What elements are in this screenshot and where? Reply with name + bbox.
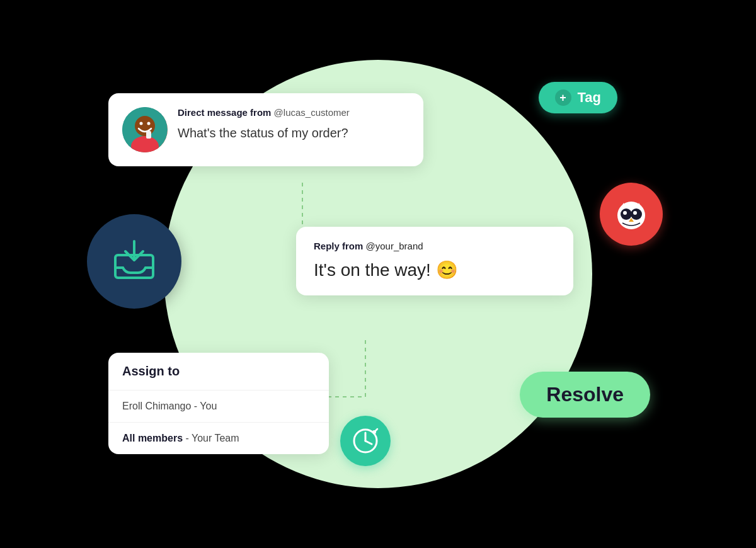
hootsuite-owl-circle [600, 183, 663, 246]
svg-point-17 [623, 211, 627, 215]
svg-point-5 [135, 116, 155, 136]
scene: + Tag Direct message from [0, 0, 756, 548]
dm-from-prefix: Direct message from [178, 107, 271, 118]
assign-item-all-members[interactable]: All members - Your Team [108, 423, 329, 454]
svg-point-6 [140, 122, 143, 125]
clock-circle [340, 416, 391, 466]
tag-label: Tag [578, 89, 601, 106]
reply-card: Reply from @your_brand It's on the way! … [296, 227, 573, 295]
reply-from: Reply from @your_brand [314, 241, 556, 251]
dm-card-content: Direct message from @lucas_customer What… [178, 107, 406, 142]
resolve-button[interactable]: Resolve [520, 372, 650, 418]
reply-from-handle: @your_brand [366, 241, 423, 251]
inbox-circle [87, 214, 181, 309]
reply-from-prefix: Reply from [314, 241, 363, 251]
resolve-label: Resolve [546, 383, 624, 406]
assign-item-eroll-label: Eroll Chimango - You [122, 401, 217, 411]
owl-icon [611, 194, 651, 234]
avatar [122, 107, 168, 152]
svg-point-18 [633, 211, 637, 215]
dm-card: Direct message from @lucas_customer What… [108, 93, 423, 166]
svg-point-24 [372, 430, 376, 434]
tag-button[interactable]: + Tag [539, 82, 617, 113]
tag-plus-icon: + [555, 89, 571, 106]
dm-from: Direct message from @lucas_customer [178, 107, 406, 118]
assign-item-all-members-suffix: - Your Team [183, 433, 239, 443]
reply-message: It's on the way! 😊 [314, 259, 556, 282]
assign-item-eroll[interactable]: Eroll Chimango - You [108, 391, 329, 423]
assign-item-all-members-bold: All members [122, 433, 183, 443]
dm-message: What's the status of my order? [178, 124, 406, 142]
assign-card: Assign to Eroll Chimango - You All membe… [108, 353, 329, 454]
assign-header: Assign to [108, 353, 329, 391]
svg-rect-9 [146, 131, 151, 139]
svg-point-7 [147, 122, 151, 125]
avatar-image [122, 107, 168, 152]
svg-line-22 [365, 441, 372, 444]
dm-from-handle: @lucas_customer [274, 107, 350, 118]
clock-icon [351, 426, 380, 455]
inbox-icon [109, 236, 159, 287]
